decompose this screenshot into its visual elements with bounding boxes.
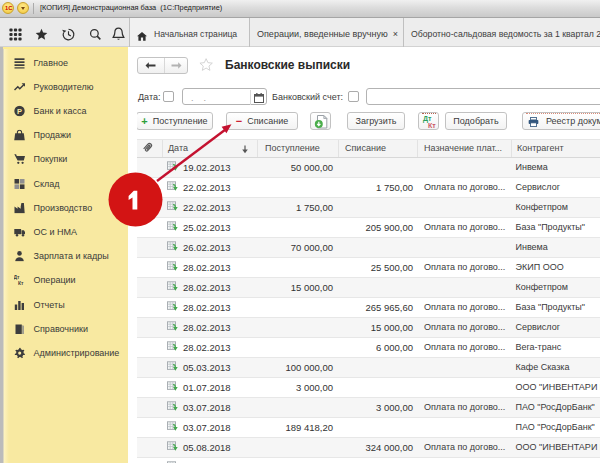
svg-text:P: P — [17, 107, 22, 116]
svg-text:Кт: Кт — [18, 281, 24, 286]
